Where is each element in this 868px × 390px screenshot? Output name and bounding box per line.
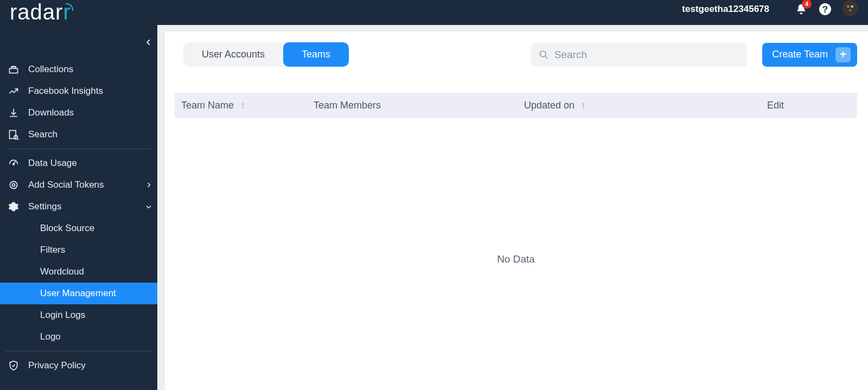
svg-point-3 [851, 5, 854, 8]
sidebar-subitem-logo[interactable]: Logo [0, 326, 157, 348]
sidebar-subitem-wordcloud[interactable]: Wordcloud [0, 261, 157, 283]
page-search-icon [8, 129, 20, 140]
sidebar-item-label: Search [28, 129, 58, 140]
column-updated-on[interactable]: Updated on ↑ [524, 100, 767, 111]
column-team-name[interactable]: Team Name ↑ [181, 100, 314, 111]
gauge-icon [8, 157, 20, 169]
svg-line-11 [17, 139, 18, 140]
gear-icon [8, 201, 20, 213]
svg-line-17 [545, 56, 548, 59]
sidebar-item-label: Wordcloud [40, 266, 84, 277]
download-icon [8, 107, 20, 119]
column-label: Team Members [314, 100, 381, 111]
help-icon: ? [819, 3, 832, 16]
sidebar-collapse-button[interactable] [143, 37, 154, 48]
sidebar: radarr Collections Facebook Insights Dow… [0, 0, 157, 390]
app-logo: radarr [10, 0, 71, 24]
svg-point-2 [847, 5, 850, 8]
chevron-right-icon [145, 182, 152, 188]
sidebar-subitem-login-logs[interactable]: Login Logs [0, 304, 157, 326]
chevron-down-icon [145, 203, 152, 210]
search-icon [539, 49, 548, 60]
tab-teams[interactable]: Teams [283, 42, 349, 67]
column-label: Edit [767, 100, 784, 111]
sidebar-item-data-usage[interactable]: Data Usage [0, 152, 157, 174]
help-button[interactable]: ? [818, 2, 832, 16]
chart-icon [8, 85, 20, 97]
sidebar-item-facebook-insights[interactable]: Facebook Insights [0, 80, 157, 102]
divider [5, 149, 152, 149]
column-label: Team Name [181, 100, 234, 111]
svg-point-14 [10, 181, 17, 188]
sidebar-item-label: Settings [28, 201, 61, 212]
svg-rect-9 [10, 131, 16, 139]
sidebar-item-label: Downloads [28, 107, 74, 118]
svg-rect-4 [850, 9, 851, 12]
search-input[interactable] [554, 49, 740, 61]
notifications-button[interactable]: 4 [794, 2, 808, 16]
sidebar-item-label: Logo [40, 331, 61, 342]
notification-badge: 4 [802, 0, 812, 9]
sidebar-item-downloads[interactable]: Downloads [0, 102, 157, 124]
sidebar-item-label: Login Logs [40, 310, 85, 321]
sidebar-item-label: Privacy Policy [28, 360, 86, 371]
no-data-message: No Data [175, 253, 857, 265]
shield-icon [8, 360, 20, 372]
username-label: testgeetha12345678 [682, 4, 769, 15]
token-icon [8, 179, 20, 191]
svg-point-6 [12, 66, 14, 67]
sidebar-item-settings[interactable]: Settings [0, 196, 157, 218]
sidebar-item-label: Add Social Tokens [28, 180, 104, 190]
logo-text-b: r [63, 0, 71, 24]
svg-point-15 [12, 184, 15, 187]
column-team-members[interactable]: Team Members [314, 100, 524, 111]
create-team-button[interactable]: Create Team + [762, 43, 857, 67]
logo-text-a: radar [10, 0, 63, 24]
main: User Accounts Teams Create Team + Team N… [165, 31, 868, 390]
svg-point-13 [13, 163, 15, 165]
controls-row: User Accounts Teams Create Team + [175, 42, 857, 67]
create-team-label: Create Team [772, 49, 828, 60]
sidebar-item-add-social-tokens[interactable]: Add Social Tokens [0, 174, 157, 196]
nav-section: Collections Facebook Insights Downloads … [0, 34, 157, 376]
sidebar-item-label: Filters [40, 245, 65, 255]
table-header: Team Name ↑ Team Members Updated on ↑ Ed… [175, 93, 857, 118]
tab-user-accounts[interactable]: User Accounts [183, 42, 283, 67]
sidebar-item-label: Data Usage [28, 158, 77, 169]
sidebar-subitem-user-management[interactable]: User Management [0, 283, 157, 304]
avatar[interactable] [842, 0, 858, 16]
user-avatar-icon [845, 3, 855, 13]
sidebar-subitem-block-source[interactable]: Block Source [0, 218, 157, 239]
sidebar-item-label: Collections [28, 64, 73, 75]
sidebar-item-label: Facebook Insights [28, 86, 103, 97]
svg-text:?: ? [822, 4, 828, 15]
sort-arrow-up-icon: ↑ [581, 100, 586, 111]
svg-point-16 [540, 51, 546, 57]
tabs: User Accounts Teams [183, 42, 349, 67]
sidebar-item-collections[interactable]: Collections [0, 59, 157, 80]
sidebar-subitem-filters[interactable]: Filters [0, 239, 157, 261]
column-label: Updated on [524, 100, 575, 111]
sort-arrow-up-icon: ↑ [240, 100, 245, 111]
svg-rect-5 [10, 68, 18, 73]
sidebar-item-privacy-policy[interactable]: Privacy Policy [0, 355, 157, 376]
sidebar-item-label: Block Source [40, 223, 94, 234]
plus-icon: + [835, 47, 851, 62]
search-box[interactable] [531, 43, 747, 67]
column-edit: Edit [767, 100, 857, 111]
sidebar-item-label: User Management [40, 288, 116, 299]
collections-icon [8, 63, 20, 75]
svg-point-7 [14, 66, 15, 67]
chevron-left-icon [145, 39, 152, 46]
sidebar-item-search[interactable]: Search [0, 124, 157, 145]
divider [5, 351, 152, 351]
